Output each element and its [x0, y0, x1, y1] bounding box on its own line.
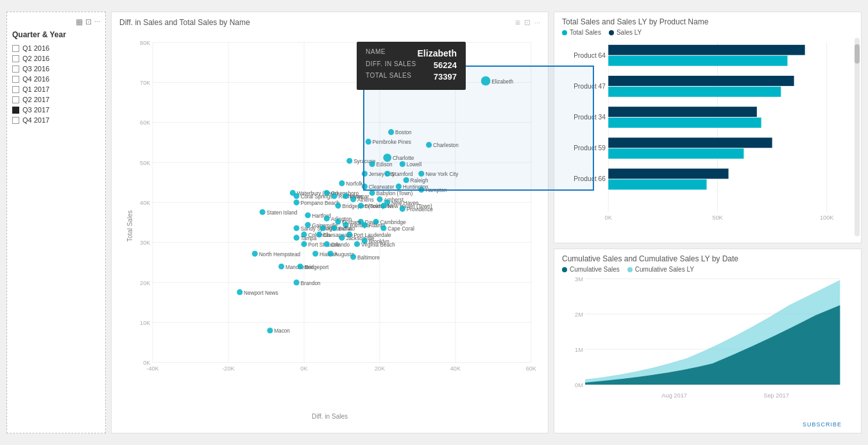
- filter-checkbox[interactable]: [12, 45, 19, 52]
- svg-point-90: [259, 209, 265, 215]
- svg-rect-161: [608, 76, 794, 86]
- svg-point-48: [384, 171, 390, 177]
- filter-item[interactable]: Q4 2017: [12, 115, 100, 125]
- filter-checkbox[interactable]: [12, 107, 19, 114]
- bar-legend-item-2: Sales LY: [609, 29, 642, 36]
- bar-scrollbar-thumb[interactable]: [855, 44, 860, 64]
- svg-text:80K: 80K: [140, 40, 150, 46]
- scatter-expand-icon[interactable]: ⊡: [524, 18, 531, 27]
- cumulative-sales-dot: [562, 267, 567, 272]
- filter-panel: ▦ ⊡ ··· Quarter & Year Q1 2016Q2 2016Q3 …: [6, 12, 106, 433]
- total-sales-dot: [562, 30, 567, 35]
- svg-text:-40K: -40K: [146, 365, 158, 372]
- svg-text:50K: 50K: [712, 214, 723, 221]
- svg-point-76: [377, 196, 382, 202]
- filter-checkbox[interactable]: [12, 65, 19, 73]
- svg-text:10K: 10K: [140, 320, 150, 326]
- svg-point-140: [350, 254, 356, 259]
- svg-point-38: [426, 142, 432, 148]
- svg-point-68: [294, 193, 300, 199]
- svg-point-150: [267, 327, 273, 333]
- filter-item[interactable]: Q3 2016: [12, 64, 100, 74]
- svg-text:Cape Coral: Cape Coral: [387, 226, 414, 232]
- tooltip-name-label: NAME: [366, 48, 386, 58]
- filter-item[interactable]: Q1 2017: [12, 84, 100, 94]
- ellipsis-icon[interactable]: ···: [94, 17, 100, 26]
- svg-text:Lowell: Lowell: [407, 162, 421, 168]
- svg-text:60K: 60K: [140, 119, 150, 126]
- filter-checkbox[interactable]: [12, 117, 19, 124]
- svg-text:Buffalo: Buffalo: [339, 226, 355, 232]
- svg-text:Newport News: Newport News: [244, 290, 278, 296]
- filter-label: Q3 2017: [22, 106, 49, 114]
- filter-checkbox[interactable]: [12, 96, 19, 103]
- subscribe-button[interactable]: SUBSCRIBE: [803, 421, 842, 428]
- svg-text:Product 47: Product 47: [574, 83, 606, 90]
- scatter-title: Diff. in Sales and Total Sales by Name: [119, 18, 250, 27]
- svg-text:North Hempstead: North Hempstead: [259, 252, 301, 257]
- svg-point-46: [362, 171, 368, 177]
- svg-text:Norfolk: Norfolk: [346, 181, 363, 187]
- filter-panel-icons: ▦ ⊡ ···: [12, 17, 100, 26]
- svg-text:60K: 60K: [526, 365, 536, 372]
- scatter-ellipsis-icon[interactable]: ···: [534, 19, 540, 26]
- svg-text:Orlando: Orlando: [331, 242, 350, 248]
- svg-point-62: [370, 190, 375, 196]
- svg-text:Bridgeport: Bridgeport: [304, 265, 329, 270]
- cumulative-title: Cumulative Sales and Cumulative Sales LY…: [562, 254, 738, 263]
- svg-rect-167: [608, 137, 772, 148]
- svg-point-60: [418, 187, 424, 193]
- svg-text:30K: 30K: [140, 240, 150, 246]
- bar-panel-header: Total Sales and Sales LY by Product Name: [562, 17, 853, 26]
- tooltip-diff-row: DIFF. IN SALES 56224: [366, 60, 457, 70]
- filter-checkbox[interactable]: [12, 55, 19, 62]
- filter-item[interactable]: Q1 2016: [12, 43, 100, 53]
- svg-text:Pembroke Pines: Pembroke Pines: [373, 139, 411, 145]
- svg-point-40: [346, 158, 352, 164]
- filter-checkbox[interactable]: [12, 76, 19, 83]
- svg-text:Boston: Boston: [395, 130, 412, 135]
- filter-label: Q4 2016: [22, 75, 49, 83]
- svg-text:Product 59: Product 59: [574, 144, 606, 152]
- svg-text:Charlotte: Charlotte: [393, 155, 414, 161]
- svg-text:Sep 2017: Sep 2017: [763, 392, 789, 399]
- svg-text:1M: 1M: [575, 347, 583, 353]
- svg-text:Elizabeth: Elizabeth: [491, 79, 513, 85]
- svg-rect-165: [608, 118, 761, 128]
- filter-item[interactable]: Q2 2017: [12, 94, 100, 105]
- svg-point-36: [366, 139, 371, 144]
- filter-item[interactable]: Q2 2016: [12, 53, 100, 64]
- svg-rect-170: [608, 169, 728, 179]
- svg-text:100K: 100K: [820, 214, 834, 221]
- filter-label: Q1 2016: [22, 44, 49, 52]
- svg-text:Huntington: Huntington: [403, 184, 429, 190]
- bar-svg: 0K50K100KProduct 64Product 47Product 34P…: [562, 39, 853, 225]
- svg-point-30: [481, 76, 491, 86]
- cumulative-legend: Cumulative Sales Cumulative Sales LY: [562, 266, 853, 273]
- svg-rect-159: [608, 56, 787, 66]
- filter-item[interactable]: Q4 2016: [12, 74, 100, 84]
- bar-scrollbar[interactable]: [855, 38, 860, 236]
- tooltip-diff-label: DIFF. IN SALES: [366, 60, 416, 70]
- svg-text:New York City: New York City: [425, 171, 459, 177]
- filter-item[interactable]: Q3 2017: [12, 105, 100, 115]
- lines-icon[interactable]: ≡: [515, 17, 520, 28]
- svg-point-132: [354, 241, 360, 247]
- scatter-header: Diff. in Sales and Total Sales by Name ≡…: [119, 17, 540, 28]
- grid-icon[interactable]: ▦: [76, 17, 83, 26]
- filter-label: Q3 2016: [22, 65, 49, 73]
- svg-point-58: [396, 184, 402, 189]
- filter-checkbox[interactable]: [12, 86, 19, 93]
- svg-text:Brandon: Brandon: [301, 281, 321, 286]
- sales-ly-label: Sales LY: [617, 29, 642, 36]
- svg-text:40K: 40K: [450, 365, 461, 372]
- svg-text:Edison: Edison: [377, 162, 393, 168]
- filter-title: Quarter & Year: [12, 30, 100, 39]
- svg-point-142: [278, 263, 284, 269]
- svg-text:2M: 2M: [575, 311, 583, 318]
- svg-point-72: [343, 193, 348, 199]
- expand-icon[interactable]: ⊡: [85, 17, 92, 26]
- svg-point-128: [301, 241, 307, 247]
- tooltip-total-label: TOTAL SALES: [366, 72, 411, 82]
- svg-point-54: [339, 180, 345, 186]
